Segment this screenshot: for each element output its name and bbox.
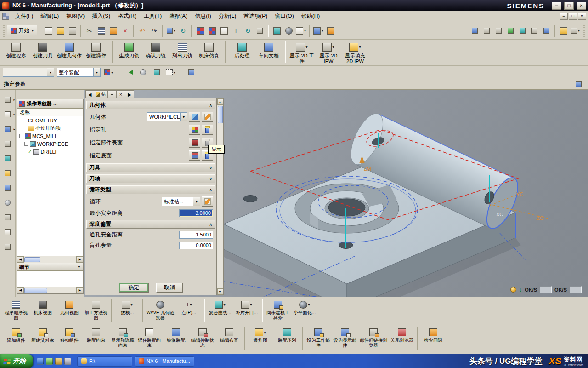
menu-file[interactable]: 文件(F) [11,11,37,22]
save-button[interactable] [67,24,78,37]
snap-quadrant-button[interactable] [529,24,540,37]
verify-toolpath-button[interactable]: 确认刀轨 [142,40,169,64]
menu-analysis[interactable]: 分析(L) [215,11,240,22]
menu-window[interactable]: 窗口(O) [271,11,297,22]
scroll-thumb[interactable] [24,257,40,262]
show-2d-ipw-button[interactable]: ▾显示 2D IPW [315,40,342,64]
interpart-link-browser-button[interactable]: 部件间链接浏览器 [358,326,389,348]
tree-row-drilling[interactable]: ✓DRILLI [17,148,83,155]
process-studio-tab[interactable] [2,227,13,237]
synchronous-modeling-button[interactable]: 同步建模工具条 [265,299,291,321]
assembly-constraints-button[interactable]: 装配约束 [83,326,109,343]
refresh-button[interactable]: ↻ [177,24,189,37]
snap-center-button[interactable] [505,24,516,37]
wireframe-display-button[interactable] [283,24,294,37]
status-grid-button[interactable] [573,78,584,91]
child-minimize-button[interactable]: − [560,13,568,20]
program-order-view-button[interactable]: 程序顺序视图 [3,299,29,321]
machining-method-view-button[interactable]: 加工方法视图 [83,299,109,321]
blind-stock-field[interactable]: 0.0000 [179,242,213,249]
window-tile-button[interactable] [206,24,218,37]
geometry-combo[interactable]: WORKPIECE▾ [147,112,187,121]
depth-offset-section-header[interactable]: 深度偏置∧ [86,220,215,229]
media-icon[interactable] [55,358,62,365]
selection-scope-combo[interactable]: 整个装配▾ [57,68,101,77]
point-button[interactable]: +▾点(P)... [175,299,202,316]
undo-button[interactable]: ↶ [136,24,148,37]
detail-horizontal-scrollbar[interactable]: ◀ ▶ [17,287,83,293]
delete-button[interactable]: × [119,24,131,37]
web-browser-tab[interactable] [2,183,13,193]
detail-section-header[interactable]: 细节 ▼ [17,263,83,271]
relations-browser-button[interactable]: 关系浏览器 [389,326,415,343]
show-hide-constraints-button[interactable]: 显示和隐藏约束 [109,326,136,348]
dialog-close-button[interactable]: × [117,90,125,98]
name-column-header[interactable]: 名称 [17,109,83,116]
edit-cycle-button[interactable] [202,196,213,207]
machine-navigator-tab[interactable]: ▸ [2,109,13,119]
tool-section-header[interactable]: 刀具∨ [86,163,215,172]
geometry-view-button[interactable]: 几何视图 [56,299,83,316]
part-navigator-tab[interactable]: ▸ [2,124,13,134]
selection-filter-combo[interactable]: ▾ [3,68,54,77]
history-tab[interactable] [2,197,13,207]
menu-view[interactable]: 视图(V) [62,11,88,22]
shop-documentation-button[interactable]: 车间文档 [255,40,282,64]
facet-body-button[interactable]: ▾小平面化... [291,299,318,316]
desktop-icon[interactable] [46,358,53,365]
rotate-view-button[interactable]: ↻ [242,24,254,37]
new-parent-button[interactable]: 新建父对象 [29,326,56,343]
snap-existing-point-button[interactable] [541,24,552,37]
explorer-icon[interactable] [64,358,71,365]
show-hide-button[interactable] [186,66,197,79]
previous-selection-button[interactable] [124,66,135,79]
menu-assemblies[interactable]: 装配(A) [165,11,191,22]
snap-toggle-button[interactable]: ▾ [103,66,114,79]
cycle-type-section-header[interactable]: 循环类型∧ [86,185,215,194]
snap-intersection-button[interactable] [517,24,528,37]
status-box-b[interactable] [570,286,582,293]
navigator-header[interactable]: 操作导航器 ... [17,99,83,109]
collapse-toggle[interactable]: − [24,142,28,146]
roles-tab[interactable] [2,242,13,252]
tree-horizontal-scrollbar[interactable]: ◀ ▶ [17,256,83,263]
menu-information[interactable]: 信息(I) [191,11,215,22]
select-part-surface-button[interactable] [189,138,200,148]
edit-suppression-button[interactable]: 编辑抑制状态 [189,326,216,348]
create-program-button[interactable]: 创建程序 [3,40,29,64]
mirror-assembly-button[interactable]: 镜像装配 [163,326,189,343]
tree-row-unused-items[interactable]: 不使用的项 [17,124,83,132]
annotation-button[interactable]: ▾ [570,24,581,37]
dialog-back-button[interactable]: ◀ [85,90,94,98]
through-clearance-field[interactable]: 1.5000 [179,231,213,239]
browser-icon[interactable] [37,358,44,365]
show-filled-2d-ipw-button[interactable]: ▾显示填充 2D IPW [342,40,368,64]
reuse-library-tab[interactable] [2,168,13,178]
shaded-display-button[interactable] [271,24,283,37]
scroll-up-button[interactable]: ▲ [217,98,223,105]
drive-window-button[interactable]: F:\ [77,356,132,367]
child-restore-button[interactable]: □ [569,13,577,20]
machine-simulation-button[interactable]: 机床仿真 [196,40,222,64]
minimize-button[interactable]: − [552,2,561,10]
paste-button[interactable] [107,24,119,37]
copy-button[interactable] [96,24,107,37]
orient-view-button[interactable]: ▾ [312,24,324,37]
exploded-view-button[interactable]: ▾爆炸图 [247,326,274,343]
generate-toolpath-button[interactable]: 生成刀轨 [116,40,142,64]
constraint-navigator-tab[interactable] [2,153,13,163]
snap-end-button[interactable] [481,24,492,37]
make-work-part-button[interactable]: 设为工作部件 [305,326,332,348]
display-holes-button[interactable] [202,125,213,135]
information-button[interactable]: ▾ [165,24,177,37]
menu-insert[interactable]: 插入(S) [88,11,114,22]
wave-geometry-linker-button[interactable]: WAVE 几何链接器 [145,299,175,321]
composite-curve-button[interactable]: ▾复合曲线... [207,299,233,316]
menu-tools[interactable]: 工具(T) [140,11,165,22]
dialog-minimize-button[interactable]: − [108,90,117,98]
draft-button[interactable]: ▾拔模... [114,299,141,316]
create-geometry-button[interactable]: 创建几何体 [56,40,83,64]
highlight-button[interactable] [151,66,163,79]
scroll-down-button[interactable]: ▼ [217,288,223,295]
dialog-scrollbar[interactable]: ▲ ▼ [217,98,224,295]
